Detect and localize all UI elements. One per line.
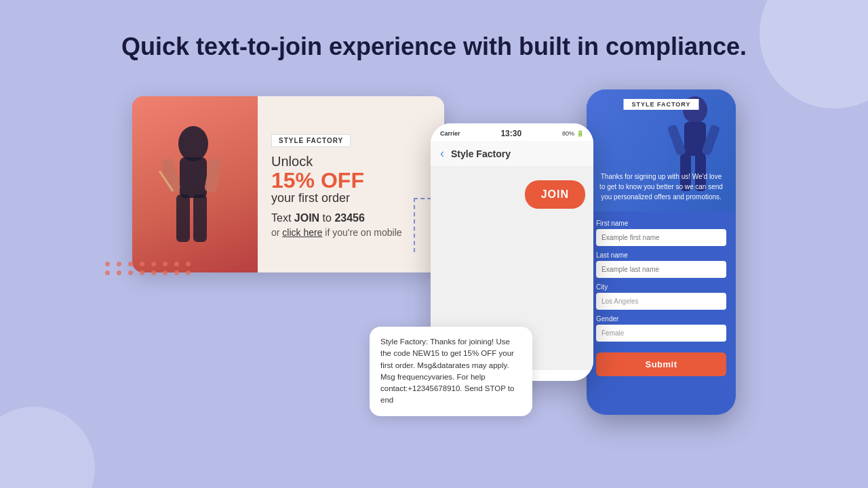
input-firstname[interactable]	[596, 229, 726, 246]
bg-decoration-circle-bottom	[0, 407, 95, 488]
join-bubble[interactable]: JOIN	[525, 180, 585, 209]
click-here-link[interactable]: click here	[282, 227, 322, 238]
form-group-lastname: Last name	[596, 251, 726, 278]
input-city[interactable]	[596, 293, 726, 310]
form-group-gender: Gender	[596, 315, 726, 342]
phone-status-right: 80% 🔋	[562, 130, 584, 137]
svg-rect-2	[176, 195, 190, 242]
page-title: Quick text-to-join experience with built…	[0, 0, 868, 83]
sms-message-text: Style Factory: Thanks for joining! Use t…	[380, 338, 514, 404]
promo-card: STYLE FACTORY Unlock 15% OFF your first …	[132, 96, 444, 272]
form-group-city: City	[596, 283, 726, 310]
form-phone-wrapper: STYLE FACTORY Thanks for signing up with…	[587, 89, 736, 415]
order-text: your first order	[271, 191, 431, 205]
battery-icon: 🔋	[576, 130, 584, 137]
label-firstname: First name	[596, 220, 726, 227]
label-city: City	[596, 283, 726, 291]
battery-label: 80%	[562, 130, 574, 137]
label-lastname: Last name	[596, 251, 726, 259]
dot-pattern	[105, 262, 191, 279]
text-join-line: Text JOIN to 23456	[271, 212, 431, 224]
svg-rect-3	[193, 195, 207, 242]
promo-woman-illustration	[139, 110, 248, 272]
form-body: First name Last name City Gender	[587, 211, 736, 387]
form-brand-badge: STYLE FACTORY	[623, 99, 698, 110]
content-area: STYLE FACTORY Unlock 15% OFF your first …	[0, 83, 868, 415]
submit-button[interactable]: Submit	[596, 352, 726, 376]
form-welcome-text: Thanks for signing up with us! We'd love…	[587, 171, 736, 202]
unlock-text: Unlock	[271, 154, 431, 169]
input-gender[interactable]	[596, 325, 726, 342]
phone-header: ‹ Style Factory	[431, 141, 593, 167]
mobile-line: or click here if you're on mobile	[271, 227, 431, 238]
brand-badge: STYLE FACTORY	[271, 134, 351, 147]
svg-rect-1	[180, 157, 207, 198]
form-group-firstname: First name	[596, 220, 726, 246]
promo-image-section	[132, 96, 258, 272]
svg-rect-20	[667, 124, 687, 156]
form-phone: STYLE FACTORY Thanks for signing up with…	[587, 89, 736, 415]
phone-status-bar: Carrier 13:30 80% 🔋	[431, 123, 593, 141]
svg-point-0	[178, 126, 208, 161]
form-phone-top: STYLE FACTORY Thanks for signing up with…	[587, 89, 736, 211]
promo-text-section: STYLE FACTORY Unlock 15% OFF your first …	[258, 96, 444, 272]
discount-text: 15% OFF	[271, 169, 431, 191]
phone-time: 13:30	[500, 129, 521, 138]
carrier-label: Carrier	[440, 130, 460, 137]
back-button[interactable]: ‹	[440, 146, 444, 161]
sms-bubble: Style Factory: Thanks for joining! Use t…	[370, 327, 532, 416]
label-gender: Gender	[596, 315, 726, 323]
phone-chat-title: Style Factory	[451, 148, 511, 159]
input-lastname[interactable]	[596, 261, 726, 278]
phone-wrapper: Carrier 13:30 80% 🔋 ‹ Style Factory JOIN…	[431, 83, 593, 381]
